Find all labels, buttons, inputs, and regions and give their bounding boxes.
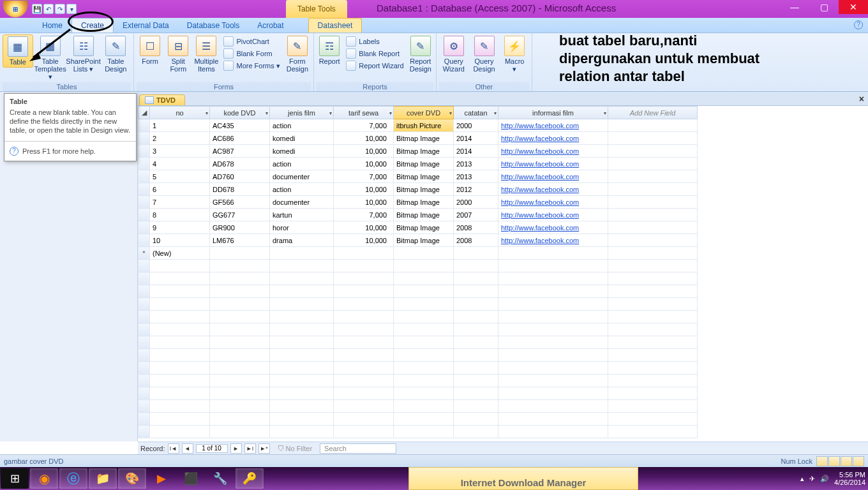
taskbar-paint[interactable]: 🎨 xyxy=(118,468,146,489)
col-cover-dvd[interactable]: cover DVD▾ xyxy=(394,107,454,119)
cell-tarif[interactable]: 10,000 xyxy=(334,132,394,145)
cell-catatan[interactable]: 2007 xyxy=(454,209,498,221)
col-tarif-sewa[interactable]: tarif sewa▾ xyxy=(334,107,394,119)
table-button[interactable]: ▦Table xyxy=(3,34,33,68)
minimize-button[interactable]: — xyxy=(780,0,809,14)
datasheet[interactable]: ◢ no▾ kode DVD▾ jenis film▾ tarif sewa▾ … xyxy=(138,106,868,442)
save-icon[interactable]: 💾 xyxy=(32,4,42,14)
cell-cover[interactable]: Bitmap Image xyxy=(394,145,454,158)
cell-tarif[interactable]: 10,000 xyxy=(334,183,394,196)
record-position-input[interactable] xyxy=(196,444,228,453)
pivotchart-view-button[interactable] xyxy=(841,456,852,466)
pivottable-view-button[interactable] xyxy=(828,456,840,466)
cell-kode[interactable]: AC686 xyxy=(210,132,270,145)
taskbar-app1[interactable]: 🔧 xyxy=(206,468,234,489)
no-filter-indicator[interactable]: ⛉ No Filter xyxy=(278,445,313,452)
row-selector[interactable] xyxy=(138,221,150,234)
col-catatan[interactable]: catatan▾ xyxy=(454,107,498,119)
cell-catatan[interactable]: 2013 xyxy=(454,170,498,183)
cell-jenis[interactable]: komedi xyxy=(270,132,334,145)
undo-icon[interactable]: ↶ xyxy=(43,4,54,14)
cell-kode[interactable]: GR900 xyxy=(210,221,270,234)
tray-volume-icon[interactable]: 🔊 xyxy=(820,475,829,483)
cell-no[interactable]: 10 xyxy=(150,234,210,247)
cell-jenis[interactable]: horor xyxy=(270,221,334,234)
cell-no[interactable]: 9 xyxy=(150,221,210,234)
cell-addnew[interactable] xyxy=(608,183,698,196)
record-last-button[interactable]: ►I xyxy=(244,443,256,454)
more-forms-button[interactable]: More Forms ▾ xyxy=(221,60,282,71)
row-selector[interactable] xyxy=(138,132,150,145)
row-selector[interactable]: * xyxy=(138,247,150,260)
cell-cover[interactable]: Bitmap Image xyxy=(394,221,454,234)
office-button[interactable]: ⊞ xyxy=(3,0,28,18)
cell-kode[interactable]: GG677 xyxy=(210,209,270,221)
table-row[interactable]: 4 AD678 action 10,000 Bitmap Image 2013 … xyxy=(138,158,868,170)
taskbar-adobe[interactable]: ⬛ xyxy=(177,468,205,489)
search-box[interactable]: Search xyxy=(320,443,396,454)
taskbar-explorer[interactable]: 📁 xyxy=(89,468,117,489)
cell-addnew[interactable] xyxy=(608,145,698,158)
cell-no[interactable]: 3 xyxy=(150,145,210,158)
cell-jenis[interactable]: kartun xyxy=(270,209,334,221)
taskbar-access[interactable]: 🔑 xyxy=(236,468,264,489)
qat-more-icon[interactable]: ▾ xyxy=(66,4,77,14)
cell-info[interactable]: http://www.facebook.com xyxy=(498,196,608,209)
context-tab-table-tools[interactable]: Table Tools xyxy=(286,0,347,18)
report-design-button[interactable]: ✎Report Design xyxy=(408,34,433,74)
col-add-new-field[interactable]: Add New Field xyxy=(608,107,698,119)
close-button[interactable]: ✕ xyxy=(839,0,868,14)
record-new-button[interactable]: ►* xyxy=(258,443,270,454)
tab-create[interactable]: Create xyxy=(71,18,114,33)
cell-no[interactable]: 4 xyxy=(150,158,210,170)
cell-jenis[interactable]: action xyxy=(270,158,334,170)
cell-tarif[interactable]: 10,000 xyxy=(334,221,394,234)
table-row[interactable]: 5 AD760 documenter 7,000 Bitmap Image 20… xyxy=(138,170,868,183)
cell-info[interactable]: http://www.facebook.com xyxy=(498,221,608,234)
cell-tarif[interactable]: 7,000 xyxy=(334,119,394,132)
blank-form-button[interactable]: Blank Form xyxy=(221,48,282,59)
cell-no[interactable]: 1 xyxy=(150,119,210,132)
cell-addnew[interactable] xyxy=(608,209,698,221)
datasheet-view-button[interactable] xyxy=(816,456,828,466)
cell-no[interactable]: 7 xyxy=(150,196,210,209)
row-selector[interactable] xyxy=(138,183,150,196)
start-button[interactable]: ⊞ xyxy=(1,468,29,489)
cell-addnew[interactable] xyxy=(608,132,698,145)
cell-jenis[interactable]: action xyxy=(270,119,334,132)
cell-tarif[interactable]: 7,000 xyxy=(334,209,394,221)
cell-info[interactable]: http://www.facebook.com xyxy=(498,183,608,196)
cell-info[interactable]: http://www.facebook.com xyxy=(498,234,608,247)
cell-jenis[interactable]: komedi xyxy=(270,145,334,158)
cell-cover[interactable]: Bitmap Image xyxy=(394,170,454,183)
cell-kode[interactable]: AD760 xyxy=(210,170,270,183)
doctab-tdvd[interactable]: TDVD xyxy=(139,94,185,105)
tab-external-data[interactable]: External Data xyxy=(114,19,178,33)
tray-clock[interactable]: 5:56 PM4/26/2014 xyxy=(834,471,865,486)
sharepoint-lists-button[interactable]: ☷SharePoint Lists ▾ xyxy=(68,34,100,74)
cell-info[interactable]: http://www.facebook.com xyxy=(498,158,608,170)
table-row[interactable]: 3 AC987 komedi 10,000 Bitmap Image 2014 … xyxy=(138,145,868,158)
taskbar-ie[interactable]: ⓔ xyxy=(59,468,87,489)
split-form-button[interactable]: ⊟Split Form xyxy=(165,34,191,74)
row-selector[interactable] xyxy=(138,119,150,132)
cell-addnew[interactable] xyxy=(608,221,698,234)
doctab-close-icon[interactable]: × xyxy=(859,94,864,104)
cell-cover[interactable]: Bitmap Image xyxy=(394,234,454,247)
report-wizard-button[interactable]: Report Wizard xyxy=(343,60,406,71)
cell-addnew[interactable] xyxy=(608,234,698,247)
record-next-button[interactable]: ► xyxy=(230,443,242,454)
cell-catatan[interactable]: 2008 xyxy=(454,234,498,247)
cell-tarif[interactable]: 7,000 xyxy=(334,170,394,183)
new-row[interactable]: *(New) xyxy=(138,247,868,260)
tray-airplane-icon[interactable]: ✈ xyxy=(809,475,815,483)
query-design-button[interactable]: ✎Query Design xyxy=(470,34,499,74)
design-view-button[interactable] xyxy=(853,456,864,466)
cell-cover[interactable]: Bitmap Image xyxy=(394,158,454,170)
cell-catatan[interactable]: 2012 xyxy=(454,183,498,196)
cell-info[interactable]: http://www.facebook.com xyxy=(498,132,608,145)
row-selector[interactable] xyxy=(138,145,150,158)
cell-cover[interactable]: Bitmap Image xyxy=(394,196,454,209)
cell-addnew[interactable] xyxy=(608,119,698,132)
cell-no[interactable]: 8 xyxy=(150,209,210,221)
